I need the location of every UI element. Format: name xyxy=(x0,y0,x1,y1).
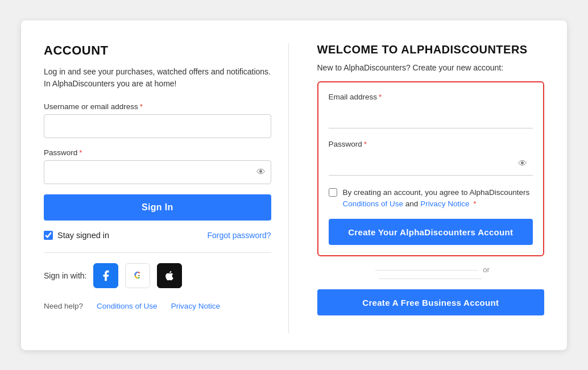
conditions-link-right[interactable]: Conditions of Use xyxy=(343,199,404,208)
sign-in-with-row: Sign in with: G xyxy=(44,263,271,288)
or-divider: or xyxy=(317,265,545,282)
bottom-links: Need help? Conditions of Use Privacy Not… xyxy=(44,302,271,310)
password-input[interactable] xyxy=(44,160,271,184)
facebook-icon xyxy=(100,269,112,282)
reg-password-wrapper: 👁 xyxy=(329,152,533,176)
account-subtitle: Log in and see your purchases, watched o… xyxy=(44,66,271,90)
need-help-link[interactable]: Need help? xyxy=(44,302,83,310)
privacy-link-right[interactable]: Privacy Notice xyxy=(420,199,469,208)
reg-toggle-password-icon[interactable]: 👁 xyxy=(518,159,527,169)
reg-password-label: Password* xyxy=(329,140,533,148)
create-business-button[interactable]: Create A Free Business Account xyxy=(317,289,545,315)
agree-checkbox[interactable] xyxy=(329,188,337,197)
welcome-title: WELCOME TO ALPHADISCOUNTERS xyxy=(317,43,545,56)
agree-row: By creating an account, you agree to Alp… xyxy=(329,187,533,210)
divider xyxy=(44,252,271,253)
conditions-link-left[interactable]: Conditions of Use xyxy=(97,302,158,310)
main-card: ACCOUNT Log in and see your purchases, w… xyxy=(21,20,567,350)
forgot-password-link[interactable]: Forgot password? xyxy=(207,231,271,240)
reg-password-input[interactable] xyxy=(329,152,533,176)
username-input[interactable] xyxy=(44,114,271,138)
username-wrapper xyxy=(44,114,271,138)
right-panel: WELCOME TO ALPHADISCOUNTERS New to Alpha… xyxy=(312,43,545,333)
email-input[interactable] xyxy=(329,105,533,128)
toggle-password-icon[interactable]: 👁 xyxy=(256,167,266,177)
left-panel: ACCOUNT Log in and see your purchases, w… xyxy=(44,43,289,333)
password-wrapper: 👁 xyxy=(44,160,271,184)
facebook-button[interactable] xyxy=(93,263,118,288)
agree-text: By creating an account, you agree to Alp… xyxy=(343,187,530,210)
stay-signed-label: Stay signed in xyxy=(44,231,109,240)
google-button[interactable]: G xyxy=(125,263,150,288)
stay-signed-row: Stay signed in Forgot password? xyxy=(44,231,271,240)
privacy-link-left[interactable]: Privacy Notice xyxy=(171,302,220,310)
apple-button[interactable] xyxy=(157,263,182,288)
sign-in-with-label: Sign in with: xyxy=(44,271,86,280)
create-account-button[interactable]: Create Your AlphaDiscounters Account xyxy=(329,219,533,245)
email-wrapper xyxy=(329,105,533,128)
sign-in-button[interactable]: Sign In xyxy=(44,194,271,221)
google-icon: G xyxy=(134,270,142,281)
stay-signed-checkbox[interactable] xyxy=(44,231,53,240)
apple-icon xyxy=(164,270,175,281)
right-subtitle: New to AlphaDiscounters? Create your new… xyxy=(317,63,545,72)
username-label: Username or email address* xyxy=(44,102,271,111)
password-label: Password* xyxy=(44,148,271,157)
account-title: ACCOUNT xyxy=(44,43,271,58)
email-label: Email address* xyxy=(329,93,533,101)
registration-box: Email address* Password* 👁 By creating a… xyxy=(317,81,545,257)
